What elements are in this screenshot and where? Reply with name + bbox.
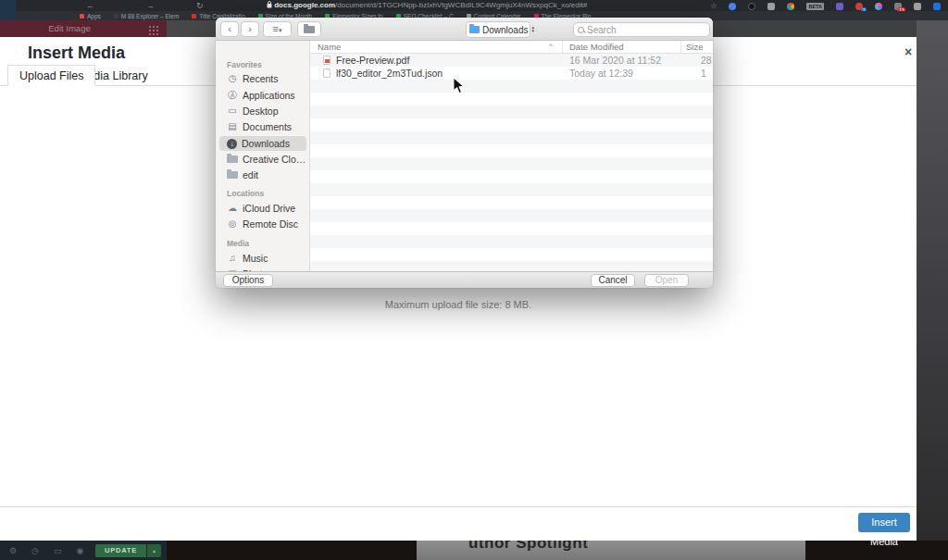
sidebar-item-desktop[interactable]: ▭Desktop — [219, 104, 306, 118]
location-dropdown[interactable]: Downloads ▲▼ — [466, 21, 530, 38]
address-bar[interactable]: docs.google.com/document/d/1TGCHNpp-bzIx… — [267, 0, 587, 11]
file-name: lf30_editor_2m3Tud.json — [336, 68, 443, 79]
cloud-icon: ☁ — [227, 203, 238, 214]
sidebar-item-recents[interactable]: ◷Recents — [219, 71, 306, 86]
dialog-sidebar: Favorites ◷Recents ⒶApplications ▭Deskto… — [216, 41, 310, 271]
json-file-icon — [323, 68, 331, 78]
close-icon[interactable]: × — [900, 44, 917, 61]
browser-forward-icon[interactable]: → — [146, 0, 155, 11]
lock-icon — [267, 1, 272, 8]
location-value: Downloads — [482, 25, 528, 35]
file-row[interactable]: Free-Preview.pdf 16 Mar 2020 at 11:52 28 — [310, 54, 713, 67]
update-button[interactable]: UPDATE — [95, 544, 146, 557]
edit-image-title: Edit Image — [0, 20, 139, 37]
back-icon: ‹ — [228, 23, 231, 34]
sidebar-item-creative-cloud[interactable]: Creative Cloud... — [219, 152, 306, 167]
folder-icon — [469, 26, 480, 33]
extension-icon[interactable] — [729, 3, 736, 10]
bookmark-item[interactable]: M 88 Explorer – Elem — [114, 13, 180, 19]
browser-back-icon[interactable]: ← — [86, 0, 94, 11]
responsive-monitor-icon[interactable]: ▭ — [54, 546, 62, 555]
sidebar-section-title: Media — [227, 239, 249, 248]
folder-icon — [304, 26, 315, 33]
column-date-modified[interactable]: Date Modified — [569, 42, 624, 52]
editor-panel-footer: ⚙ ◷ ▭ ◉ UPDATE ▴ — [0, 541, 167, 560]
extension-icon[interactable] — [836, 3, 843, 10]
modal-title: Insert Media — [28, 44, 125, 63]
disc-icon: ◎ — [227, 218, 238, 230]
insert-media-button[interactable]: Insert Media — [858, 513, 910, 532]
preview-eye-icon[interactable]: ◉ — [76, 546, 83, 555]
sidebar-item-edit[interactable]: edit — [219, 168, 306, 182]
search-field[interactable] — [573, 22, 710, 37]
page-background — [167, 20, 216, 37]
column-divider — [680, 41, 681, 54]
applications-icon: Ⓐ — [227, 90, 238, 101]
bookmark-item[interactable]: Apps — [80, 13, 101, 19]
search-input[interactable] — [587, 25, 689, 35]
column-divider — [562, 41, 563, 54]
pdf-file-icon — [323, 56, 331, 65]
view-options-button[interactable]: ≡▾ — [263, 21, 292, 37]
folder-icon — [227, 156, 238, 163]
column-name[interactable]: Name — [318, 42, 341, 52]
page-canvas-sliver: uthor Spotlight — [417, 541, 805, 560]
open-button[interactable]: Open — [644, 274, 689, 287]
cast-icon[interactable] — [767, 3, 775, 10]
edit-image-panel-header: Edit Image — [0, 20, 167, 37]
dialog-footer: Options Cancel Open — [216, 271, 713, 288]
bookmark-star-icon[interactable]: ☆ — [710, 3, 717, 10]
folder-icon — [227, 171, 238, 179]
sidebar-item-music[interactable]: ♫Music — [219, 251, 306, 266]
browser-toolbar: ← → ↻ docs.google.com/document/d/1TGCHNp… — [0, 0, 948, 11]
extension-icon[interactable]: 1 — [855, 3, 863, 10]
column-size[interactable]: Size — [686, 42, 703, 52]
update-options-caret-icon[interactable]: ▴ — [147, 544, 161, 557]
sidebar-item-icloud-drive[interactable]: ☁iCloud Drive — [219, 201, 306, 216]
file-size: 1 — [701, 68, 706, 79]
sidebar-item-downloads[interactable]: ↓Downloads — [219, 136, 306, 151]
options-button[interactable]: Options — [223, 274, 273, 287]
sidebar-section-title: Favorites — [227, 60, 262, 69]
forward-button[interactable]: › — [241, 21, 259, 37]
downloads-icon: ↓ — [227, 139, 237, 149]
page-bottom-strip: ⚙ ◷ ▭ ◉ UPDATE ▴ uthor Spotlight — [0, 541, 948, 560]
history-clock-icon[interactable]: ◷ — [31, 546, 39, 555]
page-background-edge — [917, 20, 948, 541]
max-upload-note: Maximum upload file size: 8 MB. — [0, 299, 917, 310]
mouse-cursor — [453, 77, 465, 94]
new-folder-button[interactable] — [297, 21, 321, 37]
file-date: Today at 12:39 — [569, 68, 633, 79]
recents-icon: ◷ — [227, 73, 238, 84]
search-icon — [578, 27, 584, 33]
extension-icon[interactable] — [933, 3, 941, 10]
cancel-button[interactable]: Cancel — [591, 274, 635, 287]
sidebar-section-title: Locations — [227, 189, 264, 198]
extension-icon[interactable] — [875, 3, 882, 10]
browser-reload-icon[interactable]: ↻ — [196, 0, 204, 11]
extension-icon[interactable] — [787, 3, 794, 10]
back-button[interactable]: ‹ — [220, 21, 239, 37]
page-heading-partial: uthor Spotlight — [468, 541, 588, 553]
favicon — [192, 14, 196, 19]
tab-upload-files[interactable]: Upload Files — [7, 65, 95, 86]
chevron-down-icon: ▾ — [279, 27, 282, 33]
list-header: Name ^ Date Modified Size — [310, 41, 713, 54]
file-list: Name ^ Date Modified Size Free-Preview.p… — [310, 41, 713, 271]
extension-icon[interactable] — [914, 3, 921, 10]
sidebar-item-documents[interactable]: ▤Documents — [219, 119, 306, 134]
desktop-icon: ▭ — [227, 106, 238, 117]
extension-icon[interactable]: 13 — [894, 3, 902, 10]
window-edge — [0, 0, 16, 20]
sidebar-item-applications[interactable]: ⒶApplications — [219, 88, 306, 103]
settings-gear-icon[interactable]: ⚙ — [9, 546, 17, 555]
file-name: Free-Preview.pdf — [336, 55, 409, 66]
file-row[interactable]: lf30_editor_2m3Tud.json Today at 12:39 1 — [310, 67, 713, 80]
extension-icon[interactable] — [748, 3, 755, 10]
elements-grid-icon[interactable] — [149, 26, 151, 28]
apps-grid-icon — [80, 14, 84, 19]
sidebar-item-remote-disc[interactable]: ◎Remote Disc — [219, 217, 306, 231]
list-rows-background — [310, 54, 713, 271]
beta-extension-chip[interactable]: BETA — [806, 3, 824, 10]
url-domain: docs.google.com — [274, 1, 335, 9]
